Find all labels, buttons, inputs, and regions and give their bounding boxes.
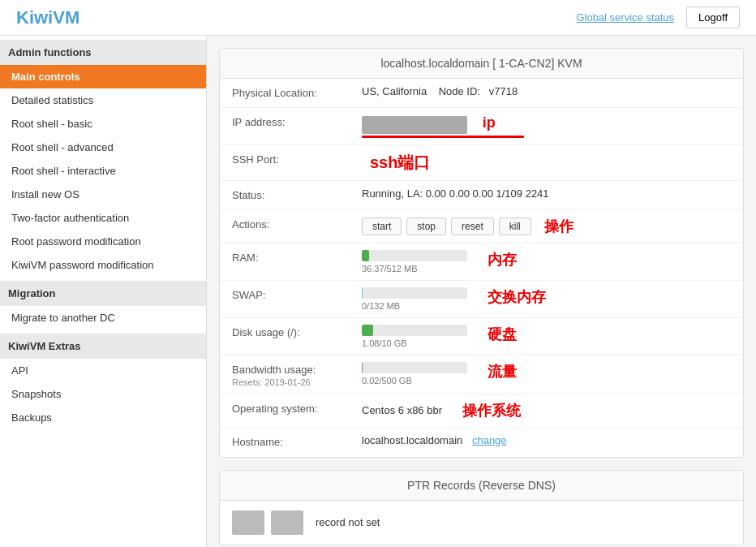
sidebar-item-install-new-os[interactable]: Install new OS (0, 183, 206, 206)
info-card: localhost.localdomain [ 1-CA-CN2] KVM Ph… (219, 48, 744, 458)
ptr-box-2 (271, 510, 303, 535)
swap-progress-bg (362, 287, 467, 299)
migration-section-title: Migration (0, 281, 206, 306)
hostname-value: localhost.localdomain change (362, 434, 731, 446)
app-logo: KiwiVM (16, 7, 79, 28)
admin-section-title: Admin functions (0, 40, 206, 65)
sidebar-item-detailed-statistics[interactable]: Detailed statistics (0, 88, 206, 112)
ip-annotation: ip (483, 114, 496, 131)
disk-annotation: 硬盘 (488, 325, 517, 344)
reset-button[interactable]: reset (451, 218, 494, 235)
disk-row: Disk usage (/): 1.08/10 GB 硬盘 (220, 318, 743, 355)
stop-button[interactable]: stop (406, 218, 446, 235)
content-area: localhost.localdomain [ 1-CA-CN2] KVM Ph… (207, 36, 756, 547)
sidebar-item-root-shell-interactive[interactable]: Root shell - interactive (0, 159, 206, 183)
ram-progress-bg (362, 250, 467, 261)
info-card-header: localhost.localdomain [ 1-CA-CN2] KVM (220, 49, 743, 79)
actions-row: Actions: start stop reset kill 操作 (220, 210, 743, 243)
info-card-body: Physical Location: US, California Node I… (220, 79, 743, 457)
bandwidth-row: Bandwidth usage: Resets: 2019-01-26 0.02… (220, 355, 743, 394)
disk-progress-container: 1.08/10 GB (362, 325, 467, 348)
sidebar-item-root-shell-basic[interactable]: Root shell - basic (0, 112, 206, 136)
action-buttons-group: start stop reset kill 操作 (362, 217, 731, 236)
physical-location-row: Physical Location: US, California Node I… (220, 79, 743, 108)
hostname-change-link[interactable]: change (472, 434, 507, 446)
header-right: Global service status Logoff (576, 6, 740, 28)
swap-progress-fill (362, 287, 363, 299)
ip-address-value: ip (362, 114, 731, 138)
node-id-label: Node ID: (439, 85, 480, 97)
main-layout: Admin functions Main controls Detailed s… (0, 36, 756, 547)
ram-label: RAM: (232, 250, 362, 264)
disk-progress-fill (362, 325, 373, 336)
sidebar-item-root-password[interactable]: Root password modification (0, 230, 206, 253)
global-status-link[interactable]: Global service status (576, 11, 674, 24)
physical-location-value: US, California Node ID: v7718 (362, 85, 731, 97)
ram-progress-fill (362, 250, 369, 261)
ram-progress-text: 36.37/512 MB (362, 264, 467, 274)
ptr-record-value: record not set (316, 516, 380, 528)
ssh-port-row: SSH Port: ssh端口 (220, 145, 743, 181)
swap-progress-container: 0/132 MB (362, 287, 467, 311)
sidebar-item-api[interactable]: API (0, 359, 206, 382)
os-row: Operating system: Centos 6 x86 bbr 操作系统 (220, 394, 743, 428)
os-annotation: 操作系统 (462, 401, 521, 420)
bandwidth-annotation: 流量 (488, 362, 517, 381)
ip-address-label: IP address: (232, 114, 362, 128)
disk-progress-bg (362, 325, 467, 336)
logoff-button[interactable]: Logoff (686, 6, 740, 28)
action-annotation: 操作 (544, 217, 573, 236)
os-value: Centos 6 x86 bbr 操作系统 (362, 401, 731, 420)
ram-row: RAM: 36.37/512 MB 内存 (220, 243, 743, 281)
sidebar-item-backups[interactable]: Backups (0, 406, 206, 429)
sidebar-item-main-controls[interactable]: Main controls (0, 65, 206, 88)
app-header: KiwiVM Global service status Logoff (0, 0, 756, 36)
physical-location-label: Physical Location: (232, 85, 362, 99)
ssh-port-value: ssh端口 (362, 152, 731, 174)
hostname-row: Hostname: localhost.localdomain change (220, 428, 743, 457)
bandwidth-progress-bg (362, 362, 467, 373)
bandwidth-progress-text: 0.02/500 GB (362, 376, 467, 385)
ptr-boxes (232, 510, 303, 535)
actions-label: Actions: (232, 217, 362, 230)
os-label: Operating system: (232, 401, 362, 415)
bandwidth-progress-container: 0.02/500 GB (362, 362, 467, 385)
ram-annotation: 内存 (488, 250, 517, 269)
bandwidth-progress-fill (362, 362, 363, 373)
node-id-value: v7718 (489, 85, 518, 97)
ptr-card-body: record not set (220, 501, 743, 545)
status-value: Running, LA: 0.00 0.00 0.00 1/109 2241 (362, 187, 731, 200)
swap-annotation: 交换内存 (488, 287, 546, 307)
ptr-card: PTR Records (Reverse DNS) record not set (219, 470, 744, 545)
actions-value: start stop reset kill 操作 (362, 217, 731, 236)
sidebar-item-root-shell-advanced[interactable]: Root shell - advanced (0, 136, 206, 159)
ram-progress-container: 36.37/512 MB (362, 250, 467, 274)
swap-label: SWAP: (232, 287, 362, 301)
swap-value: 0/132 MB 交换内存 (362, 287, 731, 311)
status-row: Status: Running, LA: 0.00 0.00 0.00 1/10… (220, 181, 743, 210)
ip-bar-masked (362, 116, 467, 134)
ptr-box-1 (232, 510, 264, 535)
ptr-card-header: PTR Records (Reverse DNS) (220, 471, 743, 501)
swap-row: SWAP: 0/132 MB 交换内存 (220, 281, 743, 318)
disk-label: Disk usage (/): (232, 325, 362, 338)
sidebar-item-two-factor-auth[interactable]: Two-factor authentication (0, 206, 206, 230)
disk-progress-text: 1.08/10 GB (362, 338, 467, 348)
hostname-label: Hostname: (232, 434, 362, 448)
sidebar-item-migrate-dc[interactable]: Migrate to another DC (0, 306, 206, 329)
kill-button[interactable]: kill (499, 218, 531, 235)
bandwidth-resets: Resets: 2019-01-26 (232, 377, 362, 387)
ip-address-row: IP address: ip (220, 108, 743, 145)
sidebar-item-kiwi-password[interactable]: KiwiVM password modification (0, 253, 206, 277)
ram-value: 36.37/512 MB 内存 (362, 250, 731, 274)
swap-progress-text: 0/132 MB (362, 301, 467, 311)
sidebar-item-snapshots[interactable]: Snapshots (0, 382, 206, 406)
ssh-annotation: ssh端口 (370, 153, 430, 171)
status-label: Status: (232, 187, 362, 201)
disk-value: 1.08/10 GB 硬盘 (362, 325, 731, 348)
extras-section-title: KiwiVM Extras (0, 334, 206, 359)
ssh-port-label: SSH Port: (232, 152, 362, 166)
bandwidth-value: 0.02/500 GB 流量 (362, 362, 731, 385)
ip-underline (362, 136, 524, 138)
start-button[interactable]: start (362, 218, 402, 235)
